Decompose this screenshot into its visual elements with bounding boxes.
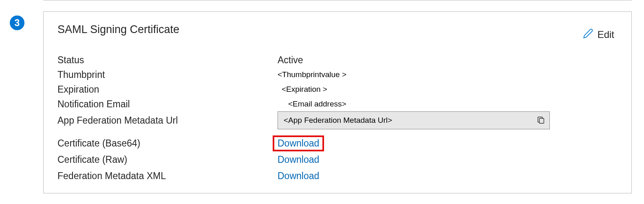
status-row: Status Active <box>57 53 618 67</box>
previous-card-border <box>43 0 632 0</box>
federation-url-label: App Federation Metadata Url <box>57 115 278 126</box>
cert-raw-label: Certificate (Raw) <box>57 154 278 165</box>
cert-base64-row: Certificate (Base64) Download <box>57 135 618 151</box>
notification-email-row: Notification Email <Email address> <box>57 97 618 111</box>
metadata-xml-label: Federation Metadata XML <box>57 171 278 182</box>
saml-certificate-card: SAML Signing Certificate Edit Status Act… <box>43 11 632 193</box>
status-value: Active <box>278 55 303 66</box>
copy-icon <box>536 115 545 126</box>
federation-url-row: App Federation Metadata Url <App Federat… <box>57 111 618 129</box>
expiration-label: Expiration <box>57 84 278 95</box>
thumbprint-value: <Thumbprintvalue > <box>278 70 346 79</box>
download-cert-base64-link[interactable]: Download <box>273 135 324 151</box>
cert-raw-row: Certificate (Raw) Download <box>57 151 618 168</box>
metadata-xml-row: Federation Metadata XML Download <box>57 168 618 184</box>
notification-email-label: Notification Email <box>57 99 278 110</box>
card-header: SAML Signing Certificate Edit <box>57 23 618 41</box>
field-rows: Status Active Thumbprint <Thumbprintvalu… <box>57 53 618 184</box>
step-number-badge: 3 <box>10 16 24 30</box>
expiration-value: <Expiration > <box>278 85 327 94</box>
thumbprint-row: Thumbprint <Thumbprintvalue > <box>57 67 618 82</box>
edit-label: Edit <box>598 29 614 40</box>
download-cert-raw-link[interactable]: Download <box>278 154 319 165</box>
cert-base64-label: Certificate (Base64) <box>57 138 278 149</box>
pencil-icon <box>583 28 593 41</box>
expiration-row: Expiration <Expiration > <box>57 82 618 97</box>
card-title: SAML Signing Certificate <box>57 23 179 36</box>
edit-button[interactable]: Edit <box>583 28 614 41</box>
copy-button[interactable] <box>536 115 546 126</box>
svg-rect-0 <box>539 118 544 123</box>
status-label: Status <box>57 55 278 66</box>
notification-email-value: <Email address> <box>278 100 346 109</box>
download-metadata-xml-link[interactable]: Download <box>278 171 319 182</box>
thumbprint-label: Thumbprint <box>57 69 278 80</box>
step-number: 3 <box>15 18 20 29</box>
federation-url-field: <App Federation Metadata Url> <box>278 111 550 129</box>
federation-url-value: <App Federation Metadata Url> <box>284 116 536 125</box>
